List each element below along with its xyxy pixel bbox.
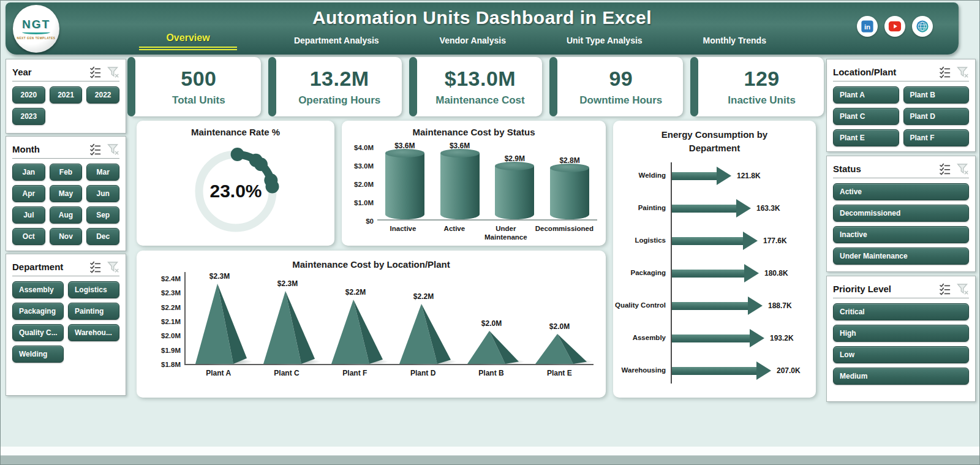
slicer-button-painting[interactable]: Painting [68, 303, 119, 320]
slicer-button-low[interactable]: Low [833, 346, 969, 363]
bar-group: $3.6M [432, 140, 488, 219]
slicer-button-apr[interactable]: Apr [12, 185, 45, 202]
slicer-button-welding[interactable]: Welding [12, 346, 64, 363]
category-label: Active [429, 224, 480, 242]
tab-vendor-analysis[interactable]: Vendor Analysis [436, 36, 510, 50]
slicer-button-medium[interactable]: Medium [833, 368, 969, 385]
tab-department-analysis[interactable]: Department Analysis [290, 36, 383, 50]
slicer-button-inactive[interactable]: Inactive [833, 226, 969, 243]
slicer-button-high[interactable]: High [833, 325, 969, 342]
footer-bar [1, 455, 979, 464]
kpi-value: $13.0M [445, 67, 516, 91]
chart-title: Energy Consumption by Department [613, 121, 816, 155]
slicer-button-warehou[interactable]: Warehou... [68, 324, 119, 341]
header: NGT NEXT GEN TEMPLATES Automation Units … [6, 2, 959, 55]
slicer-button-quality-c[interactable]: Quality C... [12, 324, 64, 341]
slicer-button-plant-e[interactable]: Plant E [833, 129, 899, 146]
kpi-card-total-units: 500Total Units [128, 57, 261, 116]
pyramid-bar-plant-a [192, 284, 248, 364]
arrow-bar-row: Quality Control188.7K [613, 290, 816, 322]
bar-value-label: 207.0K [777, 366, 801, 375]
multi-select-icon[interactable] [938, 282, 951, 295]
y-axis-tick: $1.8M [145, 361, 181, 368]
clear-filter-icon[interactable] [107, 260, 119, 273]
x-axis: InactiveActiveUnder MaintenanceDecommiss… [377, 221, 597, 242]
clear-filter-icon[interactable] [107, 143, 119, 156]
bar-group: $2.9M [488, 140, 543, 219]
multi-select-icon[interactable] [89, 260, 102, 273]
slicer-button-2020[interactable]: 2020 [12, 86, 45, 104]
linkedin-icon[interactable]: in [857, 16, 878, 37]
slicer-button-jul[interactable]: Jul [12, 206, 45, 224]
kpi-value: 129 [744, 67, 779, 91]
slicer-button-plant-c[interactable]: Plant C [833, 108, 899, 125]
slicer-button-2023[interactable]: 2023 [12, 108, 45, 125]
slicer-button-2021[interactable]: 2021 [50, 86, 83, 104]
bar-group: $2.2M [322, 288, 390, 364]
bar-value-label: 163.3K [756, 204, 780, 213]
arrow-head-icon [744, 264, 759, 282]
bar-group: $2.0M [526, 322, 594, 364]
slicer-button-under-maintenance[interactable]: Under Maintenance [833, 248, 969, 265]
category-label: Plant C [252, 369, 320, 377]
arrow-head-icon [756, 361, 771, 380]
slicer-button-jan[interactable]: Jan [12, 164, 45, 181]
slicer-button-dec[interactable]: Dec [86, 228, 119, 245]
bar-group: $2.8M [542, 140, 597, 219]
bar-value-label: 121.8K [737, 172, 761, 180]
slicer-button-decommissioned[interactable]: Decommissioned [833, 205, 969, 222]
slicer-button-may[interactable]: May [50, 185, 83, 202]
multi-select-icon[interactable] [89, 66, 102, 78]
clear-filter-icon[interactable] [956, 282, 969, 295]
multi-select-icon[interactable] [89, 143, 102, 156]
slicer-button-plant-d[interactable]: Plant D [903, 108, 970, 125]
y-axis-tick: $2.4M [145, 275, 181, 282]
tab-overview[interactable]: Overview [139, 32, 237, 50]
slicer-button-2022[interactable]: 2022 [86, 86, 119, 104]
slicer-button-jun[interactable]: Jun [86, 185, 119, 202]
bar-value-label: $2.2M [413, 292, 434, 301]
slicer-button-assembly[interactable]: Assembly [12, 281, 64, 298]
clear-filter-icon[interactable] [107, 66, 119, 78]
bar-value-label: $2.3M [277, 279, 298, 288]
energy-bar-welding [672, 172, 717, 180]
slicer-button-packaging[interactable]: Packaging [12, 303, 64, 320]
web-icon[interactable] [912, 16, 933, 37]
youtube-icon[interactable] [884, 16, 905, 37]
y-axis-tick: $2.0M [145, 332, 181, 339]
slicer-button-nov[interactable]: Nov [50, 228, 83, 245]
slicer-button-sep[interactable]: Sep [86, 206, 119, 224]
slicer-button-mar[interactable]: Mar [86, 164, 119, 181]
month-slicer: MonthJanFebMarAprMayJunJulAugSepOctNovDe… [6, 136, 126, 251]
clear-filter-icon[interactable] [956, 162, 969, 175]
category-label: Inactive [377, 224, 429, 242]
bar-value-label: 180.8K [764, 269, 788, 278]
kpi-value: 99 [609, 67, 633, 91]
category-label: Packaging [613, 269, 666, 278]
multi-select-icon[interactable] [938, 66, 951, 78]
slicer-button-plant-b[interactable]: Plant B [903, 86, 970, 104]
tab-monthly-trends[interactable]: Monthly Trends [699, 36, 770, 50]
slicer-button-oct[interactable]: Oct [12, 228, 45, 245]
multi-select-icon[interactable] [938, 162, 951, 175]
kpi-label: Inactive Units [728, 94, 796, 107]
slicer-button-plant-f[interactable]: Plant F [903, 129, 970, 146]
nav-tabs: OverviewDepartment AnalysisVendor Analys… [139, 32, 770, 50]
slicer-button-aug[interactable]: Aug [50, 206, 83, 224]
clear-filter-icon[interactable] [956, 66, 969, 78]
bar-value-label: $2.3M [209, 272, 230, 281]
slicer-button-logistics[interactable]: Logistics [68, 281, 119, 298]
cylinder-bar-chart: $4.0M$3.0M$2.0M$1.0M$0$3.6M$3.6M$2.9M$2.… [342, 137, 606, 242]
category-label: Plant A [184, 369, 252, 377]
arrow-bar-row: Painting163.3K [613, 192, 816, 225]
slicer-button-plant-a[interactable]: Plant A [833, 86, 899, 104]
chart-title: Maintenance Cost by Location/Plant [137, 251, 606, 270]
status-slicer: StatusActiveDecommissionedInactiveUnder … [826, 156, 976, 272]
priority-level-slicer: Priority LevelCriticalHighLowMedium [826, 276, 976, 402]
slicer-button-critical[interactable]: Critical [833, 303, 969, 320]
tab-unit-type-analysis[interactable]: Unit Type Analysis [563, 36, 646, 50]
slicer-button-active[interactable]: Active [833, 183, 969, 200]
energy-bar-logistics [672, 237, 743, 245]
slicer-button-feb[interactable]: Feb [50, 164, 83, 181]
footer-strip [1, 447, 979, 455]
